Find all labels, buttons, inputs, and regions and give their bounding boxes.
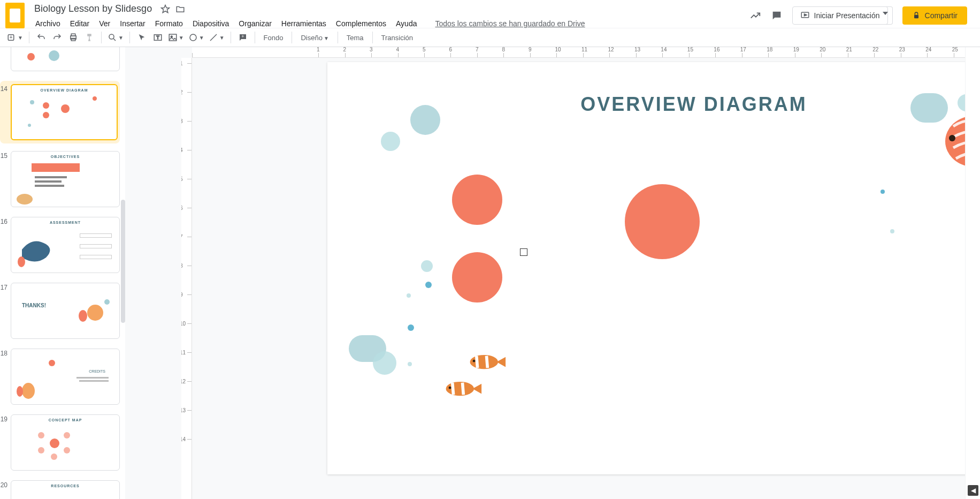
filmstrip[interactable]: 14 OVERVIEW DIAGRAM 15 OBJECTIVES <box>0 47 125 499</box>
diagram-circle[interactable] <box>452 175 502 225</box>
thumb-title: RESOURCES <box>11 484 119 488</box>
background-button[interactable]: Fondo <box>259 34 288 42</box>
svg-marker-2 <box>804 14 807 16</box>
svg-rect-8 <box>71 34 75 36</box>
bubble-decoration[interactable] <box>381 132 400 151</box>
redo-button[interactable] <box>50 30 65 45</box>
clownfish-decoration[interactable] <box>442 378 483 399</box>
slide-thumb-17[interactable]: THANKS! <box>11 283 120 339</box>
menu-herramientas[interactable]: Herramientas <box>277 17 331 30</box>
slide-thumb-16[interactable]: ASSESSMENT <box>11 217 120 273</box>
separator <box>338 32 338 43</box>
new-slide-button[interactable]: + ▼ <box>5 30 25 45</box>
horizontal-ruler: 1234567891011121314151617181920212223242… <box>192 47 980 58</box>
slide-thumb-13[interactable] <box>11 47 120 71</box>
clownfish-decoration[interactable] <box>466 351 507 373</box>
menu-formato[interactable]: Formato <box>151 17 187 30</box>
image-tool[interactable]: ▼ <box>166 30 186 45</box>
menu-ayuda[interactable]: Ayuda <box>392 17 421 30</box>
separator <box>255 32 255 43</box>
svg-point-10 <box>109 34 114 39</box>
line-tool[interactable]: ▼ <box>207 30 226 45</box>
select-tool[interactable] <box>134 30 149 45</box>
bubble-decoration[interactable] <box>881 190 885 194</box>
thumb-number-17: 17 <box>0 283 11 291</box>
diagram-circle[interactable] <box>452 252 502 303</box>
document-title[interactable]: Biology Lesson by Slidesgo <box>31 2 155 16</box>
app-header: Biology Lesson by Slidesgo Archivo Edita… <box>0 0 980 28</box>
comment-add-button[interactable]: + <box>235 30 250 45</box>
bubble-decoration[interactable] <box>408 324 414 331</box>
slide-thumb-20[interactable]: RESOURCES <box>11 480 120 499</box>
thumb-number-20: 20 <box>0 480 11 489</box>
bubble-decoration[interactable] <box>408 362 412 366</box>
separator <box>29 32 29 43</box>
textbox-tool[interactable]: T <box>150 30 165 45</box>
svg-point-29 <box>949 135 955 141</box>
separator <box>231 32 231 43</box>
bubble-decoration[interactable] <box>890 229 894 233</box>
share-button[interactable]: Compartir <box>902 6 967 25</box>
menu-editar[interactable]: Editar <box>66 17 94 30</box>
chevron-down-icon: ▼ <box>18 35 23 41</box>
filmstrip-scrollbar[interactable] <box>121 200 125 323</box>
shape-tool[interactable]: ▼ <box>187 30 206 45</box>
menu-complementos[interactable]: Complementos <box>332 17 391 30</box>
svg-line-17 <box>210 34 217 41</box>
menu-bar: Archivo Editar Ver Insertar Formato Diap… <box>31 17 749 30</box>
bubble-decoration[interactable] <box>407 293 411 298</box>
bubble-decoration[interactable] <box>421 260 433 272</box>
zoom-button[interactable]: ▼ <box>106 30 125 45</box>
present-dropdown[interactable] <box>878 6 893 25</box>
slide-canvas[interactable]: OVERVIEW DIAGRAM <box>327 62 980 474</box>
print-button[interactable] <box>66 30 81 45</box>
menu-archivo[interactable]: Archivo <box>31 17 65 30</box>
bubble-decoration[interactable] <box>410 105 440 135</box>
chevron-down-icon: ▼ <box>118 35 124 41</box>
thumb-title: OVERVIEW DIAGRAM <box>12 88 117 92</box>
thumb-number-16: 16 <box>0 217 11 225</box>
toolbar: + ▼ ▼ T ▼ ▼ ▼ + Fondo Diseño▼ T <box>0 28 980 47</box>
menu-insertar[interactable]: Insertar <box>116 17 149 30</box>
chevron-down-icon: ▼ <box>199 35 204 41</box>
thumb-number-19: 19 <box>0 414 11 423</box>
thumb-number-15: 15 <box>0 151 11 160</box>
save-status[interactable]: Todos los cambios se han guardado en Dri… <box>431 17 589 30</box>
menu-organizar[interactable]: Organizar <box>234 17 275 30</box>
undo-button[interactable] <box>34 30 49 45</box>
star-icon[interactable] <box>160 4 170 14</box>
title-area: Biology Lesson by Slidesgo Archivo Edita… <box>31 1 749 30</box>
present-button[interactable]: Iniciar Presentación <box>792 6 888 25</box>
separator <box>101 32 102 43</box>
thumb-title: ASSESSMENT <box>11 221 119 224</box>
bubble-decoration[interactable] <box>373 351 396 375</box>
slide-thumb-15[interactable]: OBJECTIVES <box>11 151 120 207</box>
slide-thumb-19[interactable]: CONCEPT MAP <box>11 414 120 471</box>
app-logo[interactable] <box>5 3 25 28</box>
bubble-decoration[interactable] <box>425 282 432 288</box>
thumb-number-14: 14 <box>0 84 11 93</box>
svg-point-24 <box>449 387 451 389</box>
svg-marker-20 <box>496 357 506 367</box>
comments-icon[interactable] <box>771 10 783 21</box>
canvas-area[interactable]: 1234567891011121314151617181920212223242… <box>125 47 980 499</box>
expand-sidebar-button[interactable]: ◀ <box>968 485 978 496</box>
svg-marker-0 <box>162 5 170 12</box>
separator <box>372 32 373 43</box>
activity-icon[interactable] <box>749 10 761 21</box>
slide-thumb-18[interactable]: CREDITS <box>11 349 120 405</box>
thumb-title: CREDITS <box>89 369 105 373</box>
menu-diapositiva[interactable]: Diapositiva <box>188 17 233 30</box>
thumb-number-18: 18 <box>0 349 11 357</box>
layout-button[interactable]: Diseño▼ <box>296 34 333 42</box>
move-folder-icon[interactable] <box>175 4 185 14</box>
transition-button[interactable]: Transición <box>377 34 417 42</box>
paint-format-button[interactable] <box>82 30 97 45</box>
svg-marker-3 <box>883 12 888 15</box>
theme-button[interactable]: Tema <box>342 34 368 42</box>
thumb-title: OBJECTIVES <box>11 155 119 158</box>
svg-text:+: + <box>9 34 12 40</box>
diagram-circle[interactable] <box>625 184 700 259</box>
menu-ver[interactable]: Ver <box>95 17 114 30</box>
slide-thumb-14[interactable]: OVERVIEW DIAGRAM <box>11 84 118 140</box>
